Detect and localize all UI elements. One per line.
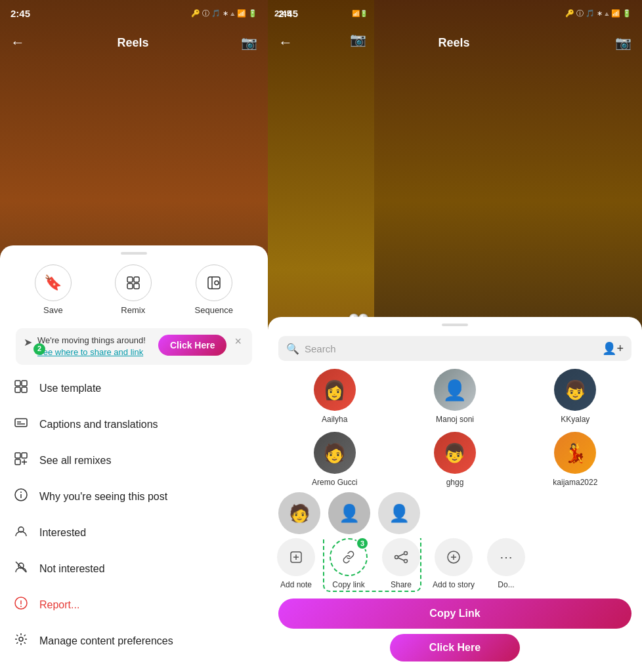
status-time-left: 2:45 (11, 8, 30, 19)
avatar-aailyha[interactable]: 👩 Aailyha (278, 369, 391, 424)
not-interested-label: Not interested (39, 563, 105, 575)
manage-prefs-item[interactable]: Manage content preferences (0, 623, 268, 659)
person-icon-manoj: 👤 (442, 379, 467, 402)
notif-link[interactable]: 2 See where to share and link (37, 347, 143, 357)
notif-text: We're moving things around! 2 See where … (37, 335, 153, 358)
not-interested-item[interactable]: Not interested (0, 551, 268, 587)
nav-title-right: Reels (438, 36, 469, 50)
save-action[interactable]: 🔖 Save (35, 264, 72, 315)
more-circle: ⋯ (487, 538, 525, 576)
search-icon: 🔍 (286, 343, 299, 355)
why-seeing-icon (13, 488, 29, 505)
notif-close-button[interactable]: × (232, 335, 244, 348)
action-icons-row: 🔖 Save Remix Sequence (0, 264, 268, 328)
click-here-button-right[interactable]: Click Here (390, 634, 520, 662)
back-button-right[interactable]: ← (278, 34, 293, 51)
svg-rect-11 (15, 419, 27, 427)
svg-point-21 (20, 492, 22, 493)
avatar-name-aremo: Aremo Gucci (312, 478, 357, 487)
report-icon (13, 596, 29, 614)
report-label: Report... (39, 599, 79, 611)
svg-rect-2 (127, 284, 133, 289)
avatar-img-ghgg: 👦 (434, 432, 476, 474)
see-remixes-icon (13, 452, 29, 469)
avatar-manoj[interactable]: 👤 Manoj soni (398, 369, 511, 424)
add-note-action[interactable]: Add note (273, 538, 319, 589)
top-nav-right: ← Reels 📷 (268, 26, 642, 59)
more-action[interactable]: ⋯ Do... (483, 538, 529, 589)
add-story-circle (435, 538, 473, 576)
notif-text-line1: We're moving things around! (37, 335, 153, 346)
share-actions-row: Add note Copy link 3 Share (268, 538, 642, 595)
svg-rect-3 (134, 284, 139, 289)
search-bar[interactable]: 🔍 Search 👤+ (278, 336, 631, 361)
nav-title-left: Reels (117, 36, 148, 50)
why-seeing-item[interactable]: Why you're seeing this post (0, 478, 268, 514)
sequence-action[interactable]: Sequence (195, 264, 234, 315)
svg-point-28 (19, 637, 23, 641)
share-label: Share (391, 580, 412, 589)
avatar-img-manoj: 👤 (434, 369, 476, 411)
status-bar-right: 2:45 🔑 ⓘ 🎵 ∗ ⟁ 📶 🔋 (268, 0, 642, 26)
svg-point-32 (404, 552, 408, 555)
avatar-ghgg[interactable]: 👦 ghgg (398, 432, 511, 487)
interested-item[interactable]: Interested (0, 514, 268, 551)
use-template-icon (13, 379, 29, 397)
avatar-name-manoj: Manoj soni (436, 415, 474, 424)
bottom-sheet-left: 🔖 Save Remix Sequence ➤ We're mo (0, 245, 268, 672)
sheet-handle-right (442, 324, 468, 326)
search-input[interactable]: Search (305, 343, 597, 354)
avatar-grid: 👩 Aailyha 👤 Manoj soni 👦 KKyalay (268, 369, 642, 492)
avatar-name-kaijama: kaijama2022 (553, 478, 597, 487)
see-remixes-label: See all remixes (39, 455, 111, 467)
camera-icon-left[interactable]: 📷 (241, 35, 257, 51)
svg-rect-8 (22, 381, 27, 386)
top-nav-left: ← Reels 📷 (0, 26, 268, 59)
report-item[interactable]: Report... (0, 587, 268, 623)
svg-point-34 (404, 560, 408, 563)
avatar-img-kaijama: 💃 (554, 432, 596, 474)
use-template-item[interactable]: Use template (0, 370, 268, 406)
why-seeing-label: Why you're seeing this post (39, 491, 167, 503)
remix-action[interactable]: Remix (115, 264, 152, 315)
add-story-label: Add to story (433, 580, 475, 589)
left-panel: 2:45 🔑 ⓘ 🎵 ∗ ⟁ 📶 🔋 ← Reels 📷 🔖 Save Remi… (0, 0, 268, 672)
captions-icon (13, 415, 29, 433)
camera-icon-right[interactable]: 📷 (615, 35, 631, 51)
svg-rect-9 (15, 387, 20, 392)
add-story-action[interactable]: Add to story (431, 538, 477, 589)
svg-point-27 (20, 606, 22, 607)
save-circle: 🔖 (35, 264, 72, 301)
add-contact-icon[interactable]: 👤+ (602, 341, 624, 356)
avatar-aremo[interactable]: 🧑 Aremo Gucci (278, 432, 391, 487)
notif-cta-button[interactable]: Click Here (158, 335, 226, 356)
share-action[interactable]: Share (378, 538, 424, 589)
svg-point-33 (395, 556, 398, 559)
manage-prefs-icon (13, 632, 29, 650)
notif-badge: 2 (33, 343, 45, 355)
svg-rect-14 (15, 453, 20, 458)
copy-link-button[interactable]: Copy Link (278, 598, 631, 629)
notif-icon: ➤ (24, 336, 32, 348)
see-remixes-item[interactable]: See all remixes (0, 442, 268, 478)
back-button-left[interactable]: ← (11, 34, 25, 51)
status-icons-right: 🔑 ⓘ 🎵 ∗ ⟁ 📶 🔋 (565, 9, 631, 18)
avatar-partial-3[interactable]: 👤 (378, 492, 420, 534)
avatar-partial-1[interactable]: 🧑 (278, 492, 320, 534)
avatar-img-aailyha: 👩 (314, 369, 356, 411)
bottom-sheet-right: 🔍 Search 👤+ 👩 Aailyha 👤 Manoj soni (268, 317, 642, 672)
avatar-partial-2[interactable]: 👤 (328, 492, 370, 534)
svg-rect-10 (22, 387, 27, 392)
captions-item[interactable]: Captions and translations (0, 406, 268, 442)
avatar-img-aremo: 🧑 (314, 432, 356, 474)
copy-link-action[interactable]: Copy link 3 (326, 538, 372, 589)
svg-rect-0 (127, 277, 133, 282)
avatar-kaijama[interactable]: 💃 kaijama2022 (519, 432, 631, 487)
add-note-label: Add note (280, 580, 312, 589)
status-time-right: 2:45 (278, 8, 298, 19)
status-bar-left: 2:45 🔑 ⓘ 🎵 ∗ ⟁ 📶 🔋 (0, 0, 268, 26)
not-interested-icon (13, 560, 29, 578)
avatar-kkyalay[interactable]: 👦 KKyalay (519, 369, 631, 424)
notification-banner: ➤ We're moving things around! 2 See wher… (16, 328, 252, 365)
avatar-name-ghgg: ghgg (446, 478, 464, 487)
